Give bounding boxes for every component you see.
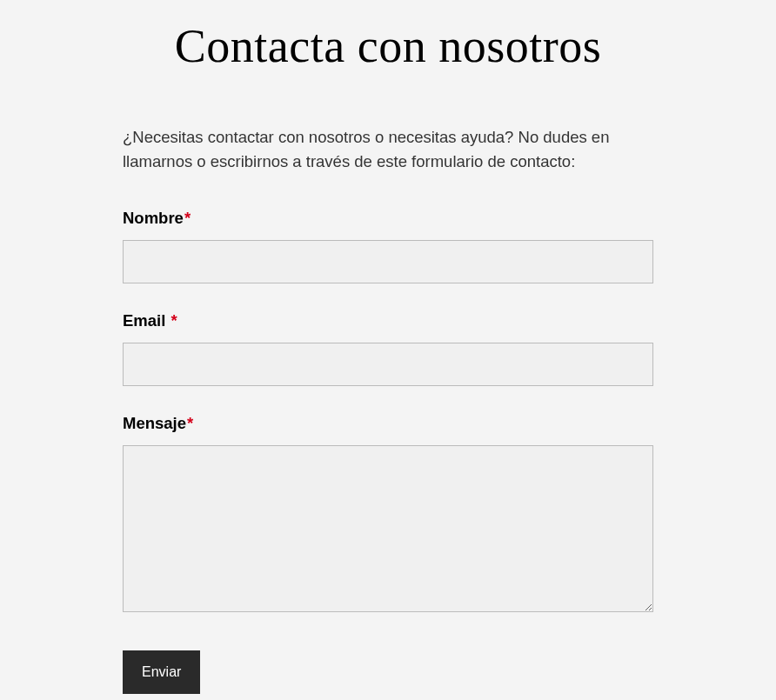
message-label-text: Mensaje <box>123 414 186 432</box>
name-label: Nombre* <box>123 209 653 228</box>
required-marker: * <box>187 414 193 432</box>
submit-button[interactable]: Enviar <box>123 650 200 694</box>
email-label: Email * <box>123 311 653 330</box>
contact-form: Nombre* Email * Mensaje* Enviar <box>123 209 653 694</box>
email-input[interactable] <box>123 343 653 386</box>
intro-text: ¿Necesitas contactar con nosotros o nece… <box>123 125 653 174</box>
email-label-text: Email <box>123 311 171 330</box>
message-label: Mensaje* <box>123 414 653 433</box>
page-title: Contacta con nosotros <box>123 0 653 125</box>
email-field-group: Email * <box>123 311 653 386</box>
name-field-group: Nombre* <box>123 209 653 283</box>
name-input[interactable] <box>123 240 653 283</box>
required-marker: * <box>184 209 191 227</box>
message-textarea[interactable] <box>123 445 653 612</box>
required-marker: * <box>171 311 177 330</box>
name-label-text: Nombre <box>123 209 184 227</box>
message-field-group: Mensaje* <box>123 414 653 616</box>
